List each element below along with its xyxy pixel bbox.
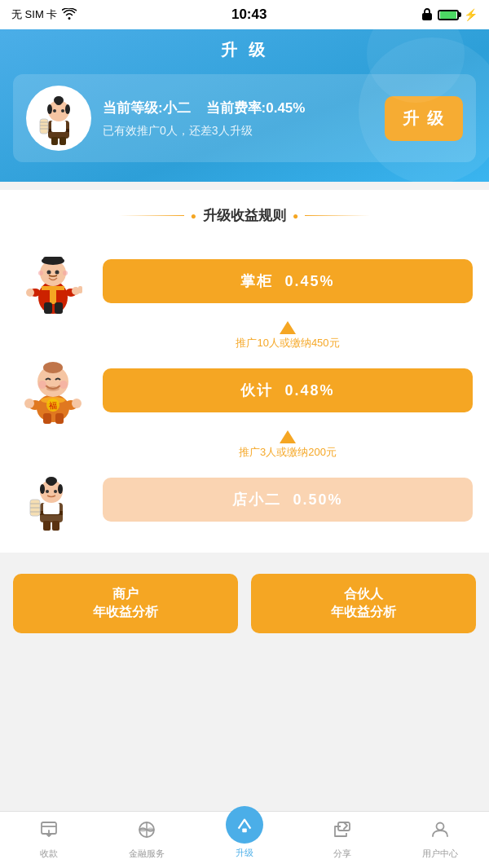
up-arrow-1 [280, 321, 296, 334]
tab-user[interactable]: 用户中心 [391, 812, 489, 868]
svg-rect-33 [44, 302, 52, 314]
tab-upgrade-label: 升级 [236, 847, 253, 859]
svg-rect-23 [43, 257, 63, 263]
rules-section: ● 升级收益规则 ● [0, 190, 489, 553]
svg-rect-66 [52, 521, 59, 531]
avatar [26, 86, 91, 151]
svg-rect-53 [43, 503, 59, 514]
receive-icon [39, 820, 59, 844]
svg-point-24 [46, 270, 51, 274]
status-right: ⚡ [421, 7, 478, 23]
svg-point-8 [65, 104, 70, 114]
tab-share-label: 分享 [333, 848, 351, 860]
tab-finance[interactable]: 金融服务 [98, 812, 196, 868]
tier-bar-3: 店小二 0.50% [103, 478, 473, 522]
charging-icon: ⚡ [464, 8, 478, 21]
tier-row-1: 掌柜 0.45% [16, 245, 473, 318]
svg-point-60 [54, 490, 57, 493]
dot-left: ● [191, 210, 196, 222]
bottom-buttons: 商户年收益分析 合伙人年收益分析 [0, 561, 489, 646]
svg-point-46 [24, 399, 34, 408]
svg-rect-16 [59, 137, 66, 145]
svg-point-6 [55, 99, 62, 105]
svg-point-42 [38, 381, 46, 389]
svg-point-74 [437, 823, 444, 831]
svg-rect-72 [242, 829, 247, 833]
share-icon [333, 820, 352, 844]
profile-info: 当前等级:小二 当前费率:0.45% 已有效推广0人，还差3人升级 [103, 99, 373, 139]
svg-point-9 [53, 109, 56, 112]
lock-icon [421, 7, 433, 23]
tab-receive-label: 收款 [40, 848, 58, 860]
svg-rect-34 [55, 302, 63, 314]
svg-point-41 [43, 362, 63, 373]
svg-point-7 [47, 104, 52, 114]
tab-finance-label: 金融服务 [129, 848, 165, 860]
finance-icon [137, 820, 156, 844]
requirement-2: 推广3人或缴纳200元 [239, 445, 337, 460]
no-sim-text: 无 SIM 卡 [11, 7, 57, 22]
svg-point-56 [47, 479, 55, 486]
tab-upgrade[interactable]: 升级 [196, 812, 293, 868]
tier-row-2: 福 [16, 354, 473, 427]
svg-text:福: 福 [49, 401, 57, 410]
svg-point-44 [46, 386, 59, 391]
title-line-right [305, 215, 370, 216]
svg-point-43 [59, 381, 68, 389]
upgrade-circle-icon [226, 806, 263, 844]
rules-title: ● 升级收益规则 ● [0, 206, 489, 225]
svg-point-57 [40, 484, 45, 494]
tab-receive[interactable]: 收款 [0, 812, 98, 868]
up-arrow-2 [280, 430, 296, 443]
svg-rect-15 [51, 137, 58, 145]
profile-progress: 已有效推广0人，还差3人升级 [103, 124, 373, 139]
svg-rect-3 [51, 121, 66, 132]
battery-icon [438, 10, 459, 20]
svg-point-27 [63, 271, 68, 275]
status-time: 10:43 [231, 7, 267, 23]
svg-rect-49 [43, 413, 51, 424]
svg-point-26 [38, 271, 43, 275]
user-icon [430, 820, 450, 844]
profile-level: 当前等级:小二 当前费率:0.45% [103, 99, 373, 117]
requirement-1: 推广10人或缴纳450元 [236, 336, 339, 350]
svg-rect-32 [78, 286, 82, 293]
tier-arrow-1: 推广10人或缴纳450元 [16, 321, 473, 350]
svg-point-58 [58, 484, 63, 494]
svg-rect-20 [50, 286, 56, 304]
header-section: 升 级 [0, 29, 489, 182]
svg-rect-50 [55, 413, 64, 424]
mascot-3 [16, 463, 90, 536]
tab-user-label: 用户中心 [422, 848, 458, 860]
mascot-1 [16, 245, 90, 318]
svg-point-29 [26, 289, 34, 297]
partner-analysis-button[interactable]: 合伙人年收益分析 [251, 574, 476, 633]
status-left: 无 SIM 卡 [11, 7, 77, 22]
svg-rect-65 [43, 521, 51, 531]
tier-bar-1: 掌柜 0.45% [103, 259, 473, 303]
wifi-icon [62, 8, 77, 22]
dot-right: ● [293, 210, 298, 222]
mascot-2: 福 [16, 354, 90, 427]
svg-point-48 [72, 399, 82, 408]
tiers-container: 掌柜 0.45% 推广10人或缴纳450元 [0, 245, 489, 536]
svg-rect-11 [40, 119, 48, 134]
tier-bar-2: 伙计 0.48% [103, 368, 473, 412]
status-bar: 无 SIM 卡 10:43 ⚡ [0, 0, 489, 29]
tab-bar: 收款 金融服务 升级 [0, 811, 489, 868]
svg-point-25 [55, 270, 59, 274]
merchant-analysis-button[interactable]: 商户年收益分析 [13, 574, 238, 633]
svg-rect-0 [422, 13, 432, 20]
svg-point-10 [61, 109, 64, 112]
title-line-left [119, 215, 184, 216]
tier-arrow-2: 推广3人或缴纳200元 [16, 430, 473, 460]
tab-share[interactable]: 分享 [293, 812, 391, 868]
tier-row-3: 店小二 0.50% [16, 463, 473, 536]
svg-point-59 [46, 490, 49, 493]
